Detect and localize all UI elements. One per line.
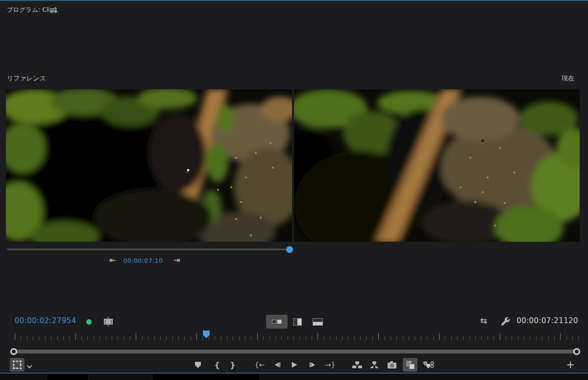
overwrite-button[interactable] bbox=[369, 361, 380, 369]
transport-controls: { } {← →} bbox=[0, 357, 588, 373]
go-to-in-button[interactable]: {← bbox=[255, 361, 265, 369]
comparison-view-button[interactable] bbox=[403, 358, 417, 372]
side-by-side-mode-button[interactable] bbox=[266, 315, 288, 329]
settings-wrench-button[interactable] bbox=[501, 317, 510, 328]
comparison-slider[interactable] bbox=[0, 246, 304, 253]
chevron-down-icon bbox=[26, 365, 32, 369]
comparison-slider-track[interactable] bbox=[7, 249, 290, 250]
current-video[interactable] bbox=[294, 89, 580, 242]
panel-header: プログラム: Clip1 bbox=[0, 4, 588, 16]
comparison-video-area bbox=[6, 89, 580, 242]
vertical-split-mode-button[interactable] bbox=[291, 315, 304, 329]
step-back-icon bbox=[275, 362, 279, 367]
panel-strip-segment bbox=[47, 374, 88, 380]
side-by-side-icon bbox=[271, 318, 282, 325]
transform-box-button[interactable] bbox=[10, 358, 24, 372]
insert-button[interactable] bbox=[352, 361, 363, 369]
transform-box-icon bbox=[12, 360, 22, 370]
button-editor-button[interactable]: + bbox=[566, 359, 575, 371]
transform-box-dropdown-chevron[interactable] bbox=[26, 361, 32, 371]
step-forward-button[interactable] bbox=[309, 362, 315, 367]
add-marker-button[interactable] bbox=[195, 362, 201, 368]
duration-timecode: 00:00:07:21120 bbox=[516, 316, 578, 325]
monitor-status-row: 00:00:02:27954 bbox=[0, 315, 588, 329]
comparison-slider-handle[interactable] bbox=[286, 246, 293, 253]
playhead-marker[interactable] bbox=[203, 330, 210, 338]
current-label: 現在 bbox=[562, 74, 574, 83]
mark-out-button[interactable]: } bbox=[230, 360, 235, 370]
panel-strip-segment bbox=[152, 374, 260, 380]
marker-link-icon bbox=[422, 360, 434, 369]
split-view-button[interactable] bbox=[103, 317, 114, 329]
zoom-scrollbar-right-handle[interactable] bbox=[573, 348, 580, 355]
reference-label: リファレンス bbox=[7, 74, 46, 83]
marker-icon bbox=[195, 362, 201, 368]
zoom-scrollbar[interactable] bbox=[0, 348, 588, 355]
vertical-split-icon bbox=[293, 318, 302, 326]
panel-focus-border-top bbox=[0, 0, 588, 1]
overwrite-icon bbox=[369, 361, 380, 369]
export-frame-button[interactable] bbox=[387, 361, 397, 369]
lower-panel-edge bbox=[0, 374, 588, 380]
play-icon bbox=[292, 362, 297, 368]
horizontal-split-mode-button[interactable] bbox=[311, 315, 324, 329]
insert-icon bbox=[352, 361, 363, 369]
program-monitor-panel: プログラム: Clip1 リファレンス 現在 bbox=[0, 0, 588, 380]
go-to-out-button[interactable]: →} bbox=[325, 361, 336, 369]
reference-nudge-row: ⇤ 00:00:07:10 ⇥ bbox=[0, 255, 304, 267]
wrench-icon bbox=[501, 317, 510, 326]
reference-position-timecode[interactable]: 00:00:07:10 bbox=[123, 255, 163, 267]
split-film-icon bbox=[103, 317, 114, 327]
panel-title: プログラム: Clip1 bbox=[7, 6, 58, 14]
timeline-ruler[interactable] bbox=[0, 330, 588, 340]
next-edit-button[interactable]: ⇥ bbox=[173, 255, 180, 266]
reference-video[interactable] bbox=[6, 89, 292, 242]
step-back-button[interactable] bbox=[275, 362, 281, 367]
swap-sides-button[interactable]: ⇆ bbox=[480, 316, 487, 326]
zoom-scrollbar-track[interactable] bbox=[14, 350, 577, 354]
previous-edit-button[interactable]: ⇤ bbox=[109, 255, 116, 266]
zoom-scrollbar-left-handle[interactable] bbox=[10, 348, 17, 355]
marker-link-button[interactable] bbox=[422, 360, 434, 369]
panel-menu-icon[interactable] bbox=[51, 8, 57, 13]
play-button[interactable] bbox=[292, 362, 297, 368]
camera-icon bbox=[387, 361, 397, 369]
horizontal-split-icon bbox=[313, 318, 323, 326]
step-forward-icon bbox=[311, 362, 315, 367]
compare-labels-row: リファレンス 現在 bbox=[0, 74, 588, 84]
dropped-frame-indicator[interactable] bbox=[86, 319, 92, 325]
comparison-view-icon bbox=[405, 360, 415, 370]
playhead-timecode[interactable]: 00:00:02:27954 bbox=[15, 316, 76, 325]
mark-in-button[interactable]: { bbox=[214, 360, 220, 370]
